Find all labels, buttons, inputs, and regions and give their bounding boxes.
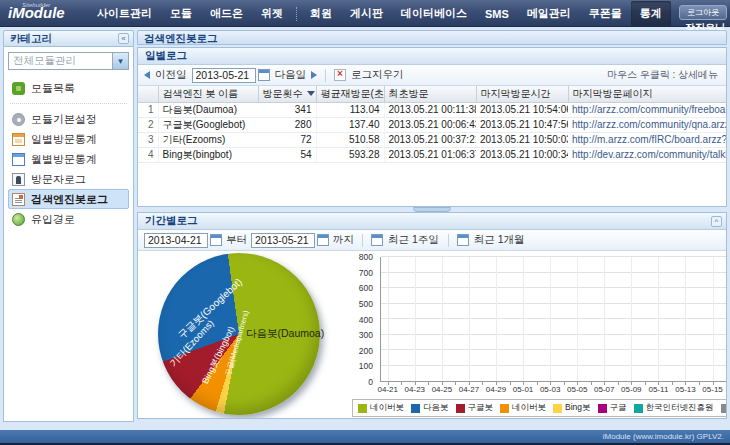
from-date-input[interactable]	[144, 233, 208, 248]
y-tick-label: 200	[359, 346, 373, 356]
legend-label: 다음봇	[423, 402, 449, 414]
collapse-panel-button[interactable]: ^	[711, 216, 722, 227]
table-cell: 593.28	[316, 147, 384, 162]
daily-log-toolbar: 이전일 다음일 로그지우기 마우스 우클릭 : 상세메뉴	[138, 65, 726, 86]
menu-item-3[interactable]: 애드온	[201, 1, 252, 26]
x-tick	[699, 381, 700, 385]
sidebar-item[interactable]: 유입경로	[8, 209, 129, 229]
table-cell: 2013.05.21 10:50:03	[476, 132, 568, 147]
column-header[interactable]	[138, 86, 158, 102]
module-select-value: 전체모듈관리	[9, 54, 76, 68]
x-tick-label: 04-21	[378, 385, 398, 394]
x-tick	[510, 381, 511, 385]
table-cell: http://arzz.com/community/qna.arzz?mode=…	[568, 117, 726, 132]
legend-label: 네이버봇	[370, 402, 404, 414]
clear-log-icon[interactable]	[334, 69, 346, 81]
table-cell: http://dev.arzz.com/community/talkbox.ar…	[568, 147, 726, 162]
period-log-title: 기간별로그	[145, 214, 198, 228]
bar-chart: 0100200300400500600700800 04-2104-2304-2…	[350, 251, 727, 397]
v-gridline	[523, 257, 524, 381]
to-date-input[interactable]	[251, 233, 315, 248]
clear-log-button[interactable]: 로그지우기	[350, 68, 405, 82]
menu-item-4[interactable]: 위젯	[252, 1, 292, 26]
splitter-handle[interactable]	[413, 207, 451, 212]
h-gridline	[381, 334, 727, 335]
v-gridline	[550, 257, 551, 381]
gear-icon	[12, 113, 25, 126]
sidebar-item-label: 일별방문통계	[31, 132, 97, 147]
table-cell: 2	[138, 117, 158, 132]
sidebar-item[interactable]: 모듈목록	[8, 78, 129, 98]
table-cell: 구글봇(Googlebot)	[158, 117, 258, 132]
table-cell: 72	[258, 132, 316, 147]
sidebar-item[interactable]: 방문자로그	[8, 169, 129, 189]
pie-chart[interactable]: 다음봇(Daumoa) 구글(Mediapartners) Bing봇(bing…	[158, 253, 320, 415]
sidebar-item[interactable]: 월별방문통계	[8, 149, 129, 169]
daily-date-input[interactable]	[192, 68, 256, 83]
pie-label-googlebot: 구글봇(Googlebot)	[175, 275, 245, 342]
column-header[interactable]: 최초방문	[384, 86, 476, 102]
column-header[interactable]: 방문횟수	[258, 86, 316, 102]
x-tick-label: 04-25	[432, 385, 452, 394]
menu-item-8[interactable]: SMS	[476, 3, 518, 25]
calendar-icon[interactable]	[457, 234, 469, 246]
y-tick-label: 500	[359, 299, 373, 309]
menu-item-2[interactable]: 모듈	[161, 1, 201, 26]
x-tick-label: 05-07	[594, 385, 614, 394]
app-logo[interactable]: Sitebuilder iModule	[8, 4, 65, 22]
table-cell: 4	[138, 147, 158, 162]
x-tick	[591, 381, 592, 385]
menu-item-6[interactable]: 게시판	[341, 1, 392, 26]
sidebar-item[interactable]: 모듈기본설정	[8, 109, 129, 129]
table-row[interactable]: 3기타(Ezooms)72510.582013.05.21 00:37:2120…	[138, 132, 726, 147]
calendar-icon[interactable]	[210, 234, 222, 246]
next-day-button[interactable]: 다음일	[274, 68, 308, 82]
visitor-log-icon	[12, 173, 25, 186]
footer: iModule (www.imodule.kr) GPLV2.	[0, 430, 730, 443]
menu-item-9[interactable]: 메일관리	[518, 1, 580, 26]
v-gridline	[577, 257, 578, 381]
calendar-icon[interactable]	[317, 234, 329, 246]
puzzle-icon	[12, 82, 25, 95]
table-cell: 2013.05.21 10:47:56	[476, 117, 568, 132]
x-tick-label: 05-09	[621, 385, 641, 394]
legend-swatch	[500, 404, 509, 413]
table-row[interactable]: 2구글봇(Googlebot)280137.402013.05.21 00:06…	[138, 117, 726, 132]
table-row[interactable]: 4Bing봇(bingbot)54593.282013.05.21 01:06:…	[138, 147, 726, 162]
recent-week-button[interactable]: 최근 1주일	[387, 233, 440, 247]
calendar-icon[interactable]	[258, 69, 270, 81]
x-tick-label: 05-11	[648, 385, 668, 394]
v-gridline	[496, 257, 497, 381]
next-day-arrow-icon[interactable]	[311, 71, 317, 79]
sidebar-item-label: 방문자로그	[31, 172, 86, 187]
x-tick-label: 04-23	[405, 385, 425, 394]
logout-button[interactable]: 로그아웃	[679, 5, 727, 20]
table-cell: 다음봇(Daumoa)	[158, 102, 258, 117]
v-gridline	[658, 257, 659, 381]
x-tick-label: 05-13	[675, 385, 695, 394]
table-row[interactable]: 1다음봇(Daumoa)341113.042013.05.21 00:11:38…	[138, 102, 726, 117]
calendar-icon[interactable]	[371, 234, 383, 246]
pie-label-mediapartners: 구글(Mediapartners)	[223, 309, 251, 377]
column-header[interactable]: 검색엔진 봇 이름	[158, 86, 258, 102]
recent-month-button[interactable]: 최근 1개월	[473, 233, 526, 247]
menu-item-10[interactable]: 쿠폰몰	[580, 1, 631, 26]
menu-item-1[interactable]: 사이트관리	[88, 1, 161, 26]
column-header[interactable]: 마지막방문시간	[476, 86, 568, 102]
column-header[interactable]: 평균재방문(초)	[316, 86, 384, 102]
module-select[interactable]: 전체모듈관리 ▾	[8, 52, 129, 70]
prev-day-button[interactable]: 이전일	[154, 68, 188, 82]
menu-item-5[interactable]: 회원	[301, 1, 341, 26]
menu-item-7[interactable]: 데이터베이스	[392, 1, 476, 26]
sidebar-collapse-button[interactable]: «	[118, 33, 129, 44]
y-tick-label: 600	[359, 283, 373, 293]
v-gridline	[631, 257, 632, 381]
prev-day-arrow-icon[interactable]	[144, 71, 150, 79]
sidebar-item[interactable]: 일별방문통계	[8, 129, 129, 149]
sidebar-item[interactable]: 검색엔진봇로그	[8, 189, 129, 209]
legend-item: 구글	[598, 402, 627, 414]
menu-item-11[interactable]: 통계	[631, 1, 671, 26]
column-header[interactable]: 마지막방문페이지	[568, 86, 726, 102]
legend-swatch	[358, 404, 367, 413]
daily-log-panel: 일별로그 이전일 다음일 로그지우기 마우스 우클릭 : 상세메뉴	[137, 47, 727, 207]
